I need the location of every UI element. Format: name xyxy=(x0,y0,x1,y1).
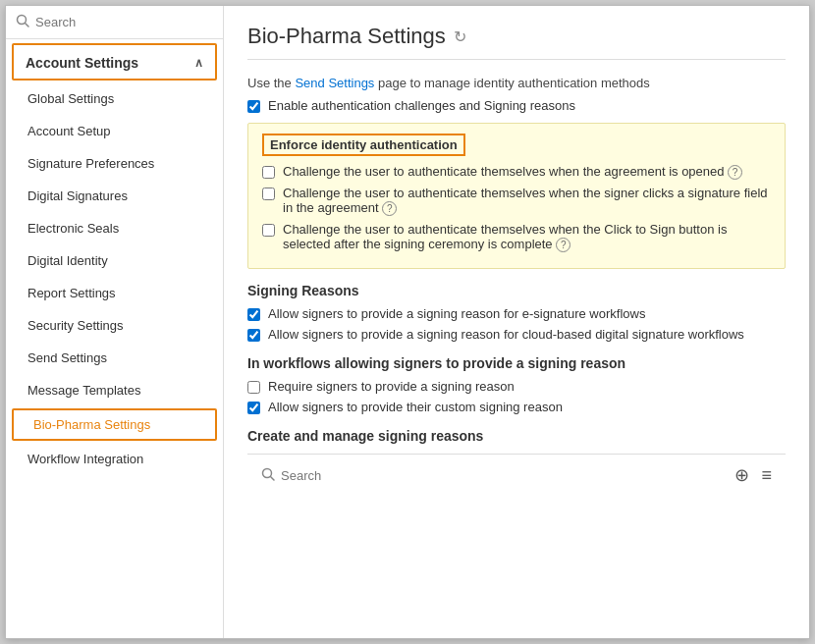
bottom-actions: ⊕ ≡ xyxy=(734,464,772,486)
bottom-search-icon xyxy=(261,467,275,484)
menu-icon[interactable]: ≡ xyxy=(761,465,772,486)
enforce-identity-header: Enforce identity authentication xyxy=(262,134,465,156)
chevron-up-icon: ∧ xyxy=(194,56,203,70)
sidebar-item-bio-pharma-settings[interactable]: Bio-Pharma Settings xyxy=(12,408,217,441)
enforce-checkbox-row-2: Challenge the user to authenticate thems… xyxy=(262,222,771,252)
help-icon-1[interactable]: ? xyxy=(382,201,397,216)
layout: Account Settings ∧ Global SettingsAccoun… xyxy=(6,6,809,638)
refresh-icon[interactable]: ↻ xyxy=(454,27,466,46)
in-workflow-row-0: Require signers to provide a signing rea… xyxy=(247,379,786,394)
create-manage-title: Create and manage signing reasons xyxy=(247,428,786,444)
sidebar-item-send-settings[interactable]: Send Settings xyxy=(6,342,223,374)
signing-reason-checkbox-0[interactable] xyxy=(247,308,260,321)
sidebar-item-electronic-seals[interactable]: Electronic Seals xyxy=(6,212,223,244)
help-icon-0[interactable]: ? xyxy=(728,165,742,180)
send-settings-link[interactable]: Send Settings xyxy=(295,76,374,90)
account-settings-header[interactable]: Account Settings ∧ xyxy=(12,43,217,80)
search-icon xyxy=(16,14,29,30)
sidebar-section-account-settings: Account Settings ∧ Global SettingsAccoun… xyxy=(6,39,223,475)
sidebar-item-digital-signatures[interactable]: Digital Signatures xyxy=(6,180,223,212)
in-workflow-label-1: Allow signers to provide their custom si… xyxy=(268,400,563,414)
enforce-checkbox-label-1: Challenge the user to authenticate thems… xyxy=(283,186,771,216)
signing-reason-label-1: Allow signers to provide a signing reaso… xyxy=(268,327,744,342)
main-content: Bio-Pharma Settings ↻ Use the Send Setti… xyxy=(224,6,809,638)
description-text: Use the Send Settings page to manage ide… xyxy=(247,76,786,90)
sidebar-items-list: Global SettingsAccount SetupSignature Pr… xyxy=(6,82,223,475)
search-bar[interactable] xyxy=(6,6,223,39)
sidebar-item-signature-preferences[interactable]: Signature Preferences xyxy=(6,147,223,180)
in-workflow-row-1: Allow signers to provide their custom si… xyxy=(247,400,786,414)
enforce-checkbox-1[interactable] xyxy=(262,188,275,200)
signing-reason-label-0: Allow signers to provide a signing reaso… xyxy=(268,306,645,321)
in-workflows-title: In workflows allowing signers to provide… xyxy=(247,355,786,371)
signing-reasons-list: Allow signers to provide a signing reaso… xyxy=(247,306,786,342)
enable-auth-checkbox[interactable] xyxy=(247,100,260,113)
account-settings-label: Account Settings xyxy=(26,55,138,71)
enforce-checkbox-0[interactable] xyxy=(262,166,275,179)
description-prefix: Use the xyxy=(247,76,295,90)
enforce-checkbox-label-2: Challenge the user to authenticate thems… xyxy=(283,222,771,252)
in-workflow-checkbox-1[interactable] xyxy=(247,402,260,414)
add-icon[interactable]: ⊕ xyxy=(734,464,749,486)
page-title-text: Bio-Pharma Settings xyxy=(247,24,446,49)
help-icon-2[interactable]: ? xyxy=(556,238,570,252)
enforce-checkbox-row-0: Challenge the user to authenticate thems… xyxy=(262,164,771,180)
sidebar-item-workflow-integration[interactable]: Workflow Integration xyxy=(6,443,223,475)
signing-reason-row-1: Allow signers to provide a signing reaso… xyxy=(247,327,786,342)
enable-auth-label: Enable authentication challenges and Sig… xyxy=(268,98,575,113)
sidebar-item-digital-identity[interactable]: Digital Identity xyxy=(6,244,223,277)
signing-reasons-title: Signing Reasons xyxy=(247,283,786,298)
bottom-search-area[interactable] xyxy=(261,467,446,484)
sidebar-item-account-setup[interactable]: Account Setup xyxy=(6,115,223,147)
sidebar: Account Settings ∧ Global SettingsAccoun… xyxy=(6,6,224,638)
bottom-search-input[interactable] xyxy=(281,468,446,483)
main-window: Account Settings ∧ Global SettingsAccoun… xyxy=(5,5,810,639)
sidebar-item-global-settings[interactable]: Global Settings xyxy=(6,82,223,115)
in-workflow-checkbox-0[interactable] xyxy=(247,381,260,394)
enforce-checkbox-row-1: Challenge the user to authenticate thems… xyxy=(262,186,771,216)
bottom-bar: ⊕ ≡ xyxy=(247,454,786,496)
enable-auth-row: Enable authentication challenges and Sig… xyxy=(247,98,786,113)
sidebar-item-report-settings[interactable]: Report Settings xyxy=(6,277,223,309)
in-workflows-list: Require signers to provide a signing rea… xyxy=(247,379,786,414)
svg-line-3 xyxy=(271,476,275,480)
sidebar-item-message-templates[interactable]: Message Templates xyxy=(6,374,223,406)
description-suffix: page to manage identity authentication m… xyxy=(374,76,649,90)
enforce-checkboxes-list: Challenge the user to authenticate thems… xyxy=(262,164,771,252)
enforce-checkbox-2[interactable] xyxy=(262,224,275,237)
enforce-checkbox-label-0: Challenge the user to authenticate thems… xyxy=(283,164,742,180)
page-title-bar: Bio-Pharma Settings ↻ xyxy=(247,24,786,60)
in-workflow-label-0: Require signers to provide a signing rea… xyxy=(268,379,515,394)
signing-reason-checkbox-1[interactable] xyxy=(247,329,260,342)
sidebar-item-security-settings[interactable]: Security Settings xyxy=(6,309,223,342)
signing-reason-row-0: Allow signers to provide a signing reaso… xyxy=(247,306,786,321)
svg-line-1 xyxy=(26,24,29,27)
enforce-identity-box: Enforce identity authentication Challeng… xyxy=(247,123,786,269)
search-input[interactable] xyxy=(35,15,213,29)
